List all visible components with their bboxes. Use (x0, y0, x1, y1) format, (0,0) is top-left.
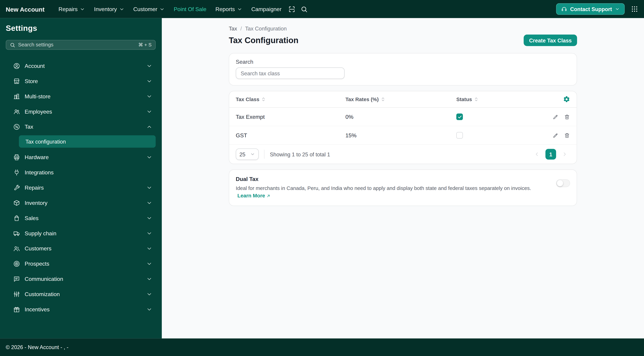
sidebar-item-label: Account (25, 63, 146, 69)
sidebar-item-account[interactable]: Account (6, 58, 156, 74)
status-checkbox[interactable] (456, 132, 463, 138)
header-tax-rates[interactable]: Tax Rates (%) (345, 96, 456, 102)
sidebar-item-inventory[interactable]: Inventory (6, 195, 156, 211)
sidebar-title: Settings (6, 24, 156, 33)
contact-support-button[interactable]: Contact Support (556, 3, 625, 15)
topnav-item-label: Inventory (94, 6, 117, 12)
page-title: Tax Configuration (229, 36, 298, 45)
sidebar-item-store[interactable]: Store (6, 74, 156, 89)
header-tax-class[interactable]: Tax Class (236, 96, 345, 102)
chevron-down-icon (237, 7, 242, 12)
apps-grid-button[interactable] (631, 5, 638, 13)
target-icon (13, 260, 20, 267)
sidebar-item-label: Supply chain (25, 230, 146, 237)
sidebar-item-prospects[interactable]: Prospects (6, 256, 156, 271)
sidebar-item-customization[interactable]: Customization (6, 287, 156, 302)
chevron-down-icon (146, 109, 152, 115)
delete-button[interactable] (564, 114, 570, 120)
cell-tax-class: GST (236, 132, 345, 138)
dual-tax-description-text: Ideal for merchants in Canada, Peru, and… (236, 186, 531, 191)
users-icon (13, 108, 20, 115)
settings-search-box[interactable]: ⌘ + S (6, 40, 156, 50)
header-status[interactable]: Status (456, 96, 544, 102)
sidebar-item-label: Multi-store (25, 93, 146, 100)
sidebar-item-sales[interactable]: Sales (6, 211, 156, 226)
topnav-item-campaigner[interactable]: Campaigner (247, 4, 286, 15)
create-tax-class-button[interactable]: Create Tax Class (524, 35, 577, 46)
brand-account-name[interactable]: New Account (6, 6, 44, 13)
status-checkbox[interactable] (456, 114, 463, 120)
showing-results-text: Showing 1 to 25 of total 1 (270, 151, 330, 157)
page-size-value: 25 (240, 151, 246, 157)
chevron-down-icon (146, 63, 152, 69)
sidebar-item-tax-configuration[interactable]: Tax configuration (19, 135, 156, 147)
breadcrumb-tax-link[interactable]: Tax (229, 26, 237, 32)
sidebar-item-tax[interactable]: Tax (6, 119, 156, 134)
sidebar-item-customers[interactable]: Customers (6, 241, 156, 256)
sidebar-item-label: Customization (25, 291, 146, 297)
pagination: 1 (532, 149, 570, 160)
chevron-down-icon (615, 7, 620, 12)
sidebar-item-hardware[interactable]: Hardware (6, 150, 156, 165)
barcode-scan-button[interactable] (286, 3, 298, 15)
chevron-down-icon (146, 154, 152, 160)
topnav-item-customer[interactable]: Customer (129, 4, 169, 15)
chevron-down-icon (146, 276, 152, 282)
delete-button[interactable] (564, 132, 570, 138)
chevron-down-icon (80, 7, 85, 12)
global-search-button[interactable] (298, 3, 310, 15)
trash-icon (564, 114, 570, 120)
sidebar-item-integrations[interactable]: Integrations (6, 165, 156, 180)
chat-icon (13, 275, 20, 282)
top-navigation: New Account Repairs Inventory Customer P… (0, 0, 644, 18)
learn-more-link[interactable]: Learn More (238, 192, 271, 200)
dual-tax-panel: Dual Tax Ideal for merchants in Canada, … (229, 169, 577, 206)
dual-tax-description: Ideal for merchants in Canada, Peru, and… (236, 185, 546, 200)
chevron-down-icon (146, 230, 152, 237)
pencil-icon (552, 114, 558, 120)
main-content: Tax / Tax Configuration Tax Configuratio… (162, 18, 644, 338)
tax-class-search-input[interactable] (236, 68, 344, 79)
store-icon (13, 78, 20, 85)
settings-menu: Account Store Multi-store Employees (6, 58, 156, 317)
sidebar-item-incentives[interactable]: Incentives (6, 302, 156, 317)
settings-search-input[interactable] (18, 42, 136, 48)
topnav-item-label: Repairs (58, 6, 78, 12)
edit-button[interactable] (552, 114, 558, 120)
sidebar-item-multi-store[interactable]: Multi-store (6, 89, 156, 104)
page-size-select[interactable]: 25 (236, 148, 259, 160)
sidebar-item-supply-chain[interactable]: Supply chain (6, 226, 156, 241)
sidebar-item-employees[interactable]: Employees (6, 104, 156, 119)
chevron-down-icon (146, 78, 152, 84)
previous-page-button[interactable] (532, 149, 542, 160)
next-page-button[interactable] (560, 149, 570, 160)
topnav-item-inventory[interactable]: Inventory (90, 4, 128, 15)
edit-button[interactable] (552, 132, 558, 138)
cell-tax-class: Tax Exempt (236, 114, 345, 120)
topnav-item-label: Customer (133, 6, 157, 12)
topnav-item-reports[interactable]: Reports (211, 4, 246, 15)
toggle-knob (557, 180, 563, 186)
app: New Account Repairs Inventory Customer P… (0, 0, 644, 356)
sidebar-item-communication[interactable]: Communication (6, 271, 156, 287)
sidebar-item-label: Repairs (25, 185, 146, 191)
search-shortcut-hint: ⌘ + S (138, 42, 152, 48)
plug-icon (13, 169, 20, 176)
sidebar-item-repairs[interactable]: Repairs (6, 180, 156, 195)
page-1-button[interactable]: 1 (546, 149, 556, 160)
check-icon (458, 114, 462, 119)
table-settings-gear-icon[interactable] (563, 96, 570, 103)
settings-sidebar: Settings ⌘ + S Account Store (0, 18, 162, 338)
topnav-item-point-of-sale[interactable]: Point Of Sale (170, 4, 210, 15)
printer-icon (13, 154, 20, 161)
headset-icon (561, 6, 568, 12)
breadcrumb: Tax / Tax Configuration (229, 26, 577, 32)
chevron-down-icon (160, 7, 165, 12)
cell-tax-rate: 15% (345, 132, 456, 138)
topnav-item-repairs[interactable]: Repairs (54, 4, 89, 15)
topnav-right: Contact Support (556, 3, 638, 15)
dual-tax-toggle[interactable] (556, 180, 570, 187)
pencil-icon (552, 132, 558, 138)
learn-more-label: Learn More (238, 192, 265, 200)
apps-grid-icon (631, 5, 638, 13)
